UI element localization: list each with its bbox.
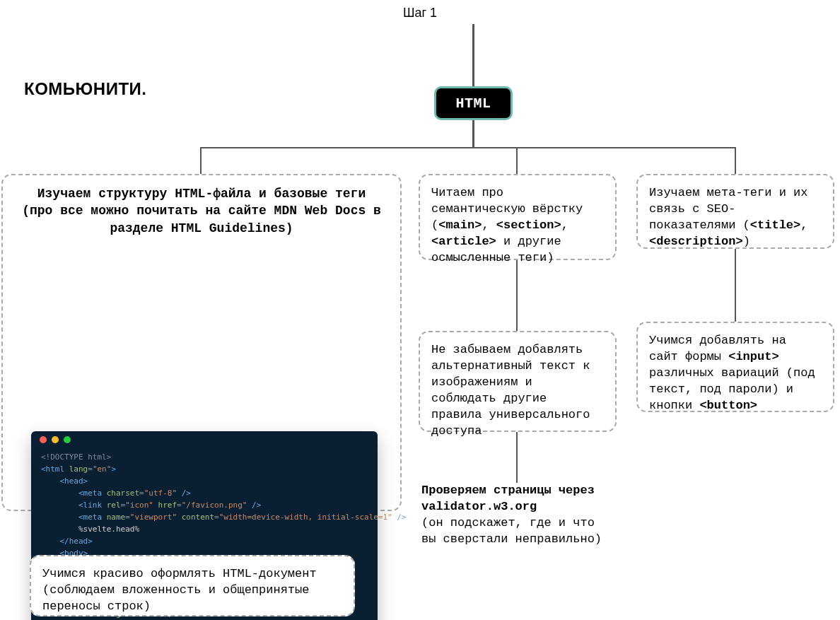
tag-article: <article>: [431, 235, 496, 248]
connector: [516, 260, 518, 331]
connector: [200, 147, 202, 174]
node-title: Изучаем структуру HTML-файла и базовые т…: [14, 185, 389, 237]
node-meta-seo: Изучаем мета-теги и их связь с SEO-показ…: [636, 174, 834, 249]
connector: [472, 120, 474, 148]
tag-button: <button>: [699, 399, 757, 412]
text: ): [743, 235, 750, 248]
text-strong: Проверяем страницы через validator.w3.or…: [421, 484, 595, 513]
step-label: Шаг 1: [403, 6, 437, 21]
node-formatting: Учимся красиво оформлять HTML-документ (…: [30, 555, 355, 616]
text: ,: [561, 218, 568, 232]
tag-main: <main>: [438, 218, 482, 232]
text: (про все можно почитать на сайте MDN Web…: [22, 204, 381, 218]
text: разделе HTML Guidelines): [110, 221, 293, 235]
text: Изучаем структуру HTML-файла и базовые т…: [37, 187, 366, 201]
window-buttons: [31, 431, 378, 448]
maximize-icon: [64, 436, 71, 443]
tag-description: <description>: [649, 235, 743, 248]
text: (он подскажет, где и что вы сверстали не…: [421, 516, 602, 546]
text: ,: [482, 218, 496, 232]
connector: [516, 147, 518, 174]
root-node-html: HTML: [434, 86, 513, 120]
node-accessibility: Не забываем добавлять альтернативный тек…: [419, 331, 617, 432]
node-forms: Учимся добавлять на сайт формы <input> р…: [636, 322, 834, 412]
close-icon: [40, 436, 47, 443]
node-validator: Проверяем страницы через validator.w3.or…: [419, 483, 617, 548]
minimize-icon: [52, 436, 59, 443]
text: ,: [800, 218, 807, 232]
tag-title: <title>: [750, 218, 800, 232]
connector: [735, 147, 736, 174]
brand-logo: КОМЬЮНИТИ.: [24, 79, 146, 99]
connector: [472, 24, 474, 86]
node-semantic-layout: Читаем про семантическую вёрстку (<main>…: [419, 174, 617, 260]
tag-section: <section>: [496, 218, 561, 232]
connector: [516, 432, 518, 483]
node-structure-and-tags: Изучаем структуру HTML-файла и базовые т…: [1, 174, 402, 511]
tag-input: <input>: [728, 350, 778, 363]
connector: [735, 249, 736, 322]
connector: [200, 147, 735, 148]
